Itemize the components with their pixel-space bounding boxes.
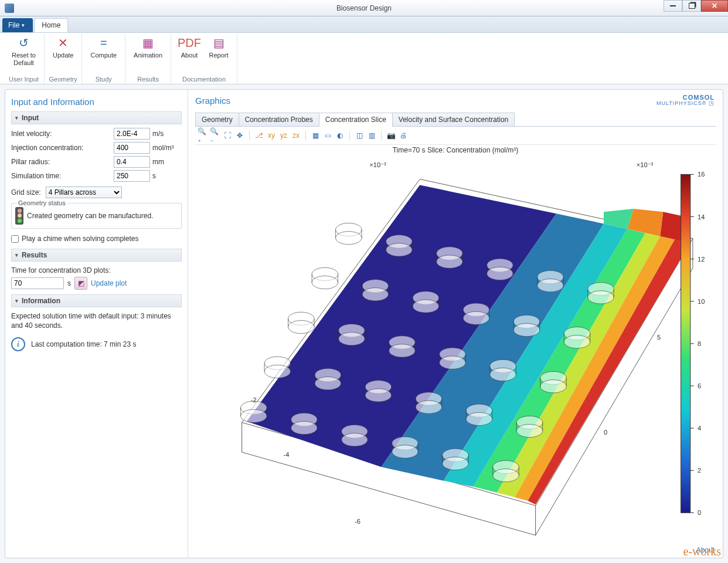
simulation-time-input[interactable] xyxy=(114,170,150,182)
plot-time-unit: s xyxy=(67,279,71,287)
svg-point-79 xyxy=(490,368,516,381)
plot-area[interactable]: ×10⁻³ ×10⁻³ -2 -4 -6 0 5 xyxy=(195,155,716,558)
svg-text:4: 4 xyxy=(698,425,701,432)
close-button[interactable] xyxy=(701,0,728,12)
svg-point-67 xyxy=(339,333,365,345)
camera-icon[interactable]: 📷 xyxy=(386,130,396,141)
comsol-logo: COMSOLMULTIPHYSICS® ◳ xyxy=(656,94,715,106)
axis-default-icon[interactable]: ⎇ xyxy=(254,130,264,141)
ribbon-group-study: =ComputeStudy xyxy=(82,34,125,84)
zoom-in-icon[interactable]: 🔍₊ xyxy=(198,130,208,141)
equals-icon: = xyxy=(96,35,111,50)
section-input[interactable]: Input xyxy=(11,111,182,124)
animation-button[interactable]: ▦Animation xyxy=(129,34,167,76)
minimize-button[interactable] xyxy=(664,0,682,12)
grid-size-label: Grid size: xyxy=(11,188,41,196)
axis-exp-x: ×10⁻³ xyxy=(369,161,386,168)
svg-point-107 xyxy=(516,424,543,437)
section-results[interactable]: Results xyxy=(11,249,182,262)
ribbon-group-geometry: ✕UpdateGeometry xyxy=(45,34,82,84)
svg-point-15 xyxy=(336,232,362,245)
ribbon-group-results: ▦AnimationResults xyxy=(125,34,171,84)
select-icon[interactable]: ▭ xyxy=(322,130,333,141)
svg-point-51 xyxy=(463,311,489,324)
wireframe-icon[interactable]: ▥ xyxy=(366,130,377,141)
graphics-toolbar: 🔍₊🔍₋⛶✥⎇xyyzzx▦▭◐◫▥📷🖨 xyxy=(195,127,716,145)
zoom-extents-icon[interactable]: ✥ xyxy=(234,130,245,141)
maximize-button[interactable] xyxy=(682,0,701,12)
pillar-radius-unit: mm xyxy=(152,158,182,166)
graphics-tab-velocity-and-surface-concentration[interactable]: Velocity and Surface Concentration xyxy=(392,113,515,126)
zoom-out-icon[interactable]: 🔍₋ xyxy=(210,130,220,141)
svg-point-99 xyxy=(416,401,442,413)
graphics-title: Graphics xyxy=(195,96,716,106)
pillar-radius-label: Pillar radius: xyxy=(11,158,111,166)
svg-text:0: 0 xyxy=(698,509,701,516)
svg-text:10: 10 xyxy=(698,298,705,305)
svg-point-47 xyxy=(413,300,439,313)
transparency-icon[interactable]: ◫ xyxy=(354,130,365,141)
xy-icon[interactable]: xy xyxy=(266,130,277,141)
svg-point-55 xyxy=(513,323,540,336)
workspace: Input and Information Input Inlet veloci… xyxy=(0,84,728,563)
svg-text:14: 14 xyxy=(698,213,705,221)
injection-concentration-input[interactable] xyxy=(114,142,150,154)
scene-light-icon[interactable]: ◐ xyxy=(335,130,345,141)
geometry-status-text: Created geometry can be manufactured. xyxy=(27,212,153,220)
svg-text:16: 16 xyxy=(698,171,705,178)
about-button[interactable]: PDFAbout xyxy=(175,34,204,76)
ribbon: ↺Reset toDefaultUser Input✕UpdateGeometr… xyxy=(0,33,728,84)
simulation-time-unit: s xyxy=(152,172,182,180)
svg-point-83 xyxy=(540,380,567,393)
file-menu[interactable]: File xyxy=(2,18,33,32)
pdf-icon: PDF xyxy=(182,35,197,50)
compute-button[interactable]: =Compute xyxy=(86,34,121,76)
inlet-velocity-unit: m/s xyxy=(152,130,182,138)
pillar-radius-input[interactable] xyxy=(114,156,150,168)
update-plot-link[interactable]: Update plot xyxy=(91,279,127,287)
svg-point-31 xyxy=(538,279,564,292)
inlet-velocity-input[interactable] xyxy=(114,128,150,140)
svg-point-19 xyxy=(386,243,413,256)
chime-checkbox[interactable] xyxy=(11,235,19,243)
update-button[interactable]: ✕Update xyxy=(48,34,78,76)
grid-size-select[interactable]: 4 Pillars across xyxy=(46,186,122,198)
chime-label: Play a chime when solving completes xyxy=(22,235,138,243)
graphics-tab-concentration-slice[interactable]: Concentration Slice xyxy=(319,113,393,127)
svg-text:-6: -6 xyxy=(355,518,360,525)
chart-icon[interactable]: ◩ xyxy=(74,277,87,290)
last-computation-text: Last computation time: 7 min 23 s xyxy=(31,340,136,348)
ribbon-group-user-input: ↺Reset toDefaultUser Input xyxy=(4,34,45,84)
app-icon xyxy=(5,4,14,13)
svg-text:8: 8 xyxy=(698,340,701,347)
injection-concentration-label: Injection concentration: xyxy=(11,144,111,152)
svg-text:12: 12 xyxy=(698,256,705,263)
svg-point-127 xyxy=(443,457,469,470)
svg-text:-2: -2 xyxy=(251,396,257,403)
yz-icon[interactable]: yz xyxy=(278,130,289,141)
print-icon[interactable]: 🖨 xyxy=(398,130,409,141)
svg-point-59 xyxy=(564,335,590,348)
stoplight-icon xyxy=(15,207,23,225)
section-information[interactable]: Information xyxy=(11,294,182,307)
menubar: File Home xyxy=(0,16,728,33)
graphics-tab-concentration-probes[interactable]: Concentration Probes xyxy=(239,113,319,126)
about-link[interactable]: About xyxy=(696,546,715,554)
svg-point-39 xyxy=(312,276,338,289)
grid-icon[interactable]: ▦ xyxy=(310,130,321,141)
svg-point-119 xyxy=(342,433,368,446)
input-panel: Input and Information Input Inlet veloci… xyxy=(5,90,188,558)
svg-point-71 xyxy=(389,344,416,357)
svg-point-35 xyxy=(588,291,614,304)
zoom-box-icon[interactable]: ⛶ xyxy=(222,130,233,141)
plot-time-input[interactable] xyxy=(11,277,64,289)
zx-icon[interactable]: zx xyxy=(291,130,301,141)
reset-to-button[interactable]: ↺Reset toDefault xyxy=(7,34,40,76)
graphics-tab-geometry[interactable]: Geometry xyxy=(195,113,239,126)
svg-point-87 xyxy=(264,365,291,378)
info-icon: i xyxy=(11,337,25,351)
report-button[interactable]: ▤Report xyxy=(204,34,233,76)
svg-text:2: 2 xyxy=(698,467,701,474)
graphics-tabs: GeometryConcentration ProbesConcentratio… xyxy=(195,113,716,127)
tab-home[interactable]: Home xyxy=(34,18,68,32)
